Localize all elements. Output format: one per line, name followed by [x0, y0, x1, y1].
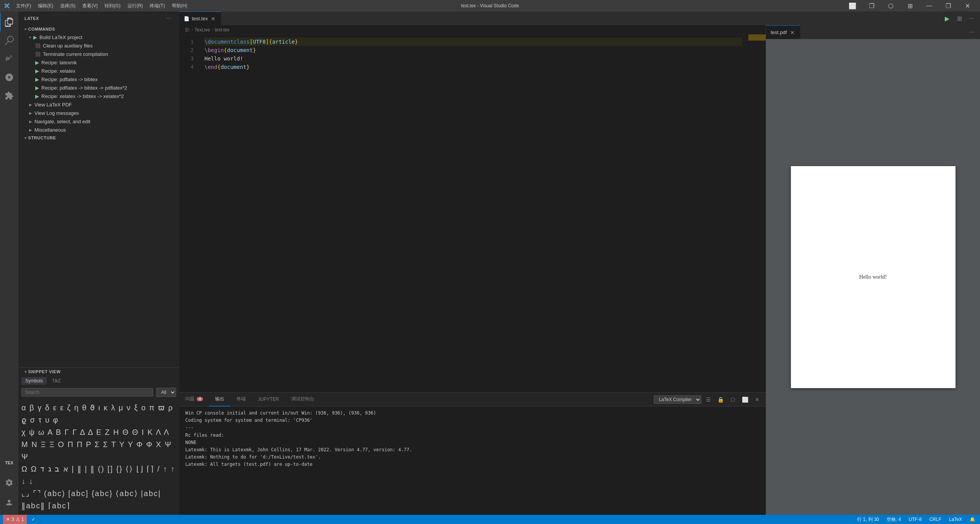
title-bar: 文件(F) 编辑(E) 选择(S) 查看(V) 转到(G) 运行(R) 终端(T…	[0, 0, 980, 11]
layout-2-btn[interactable]: ❒	[863, 0, 880, 11]
sidebar-more-btn[interactable]: ···	[165, 14, 173, 23]
structure-section-header[interactable]: ▾ STRUCTURE	[18, 134, 179, 142]
editor-pdf-split: D: › TexLive › test.tex 1 2 3 4 \docume	[179, 25, 980, 515]
maximize-btn[interactable]: ❐	[939, 0, 957, 11]
tree-item-view-log[interactable]: ▶ View Log messages	[18, 109, 179, 117]
tree-item-recipe-pdflatex-bibtex[interactable]: ▶ Recipe: pdflatex -> bibtex	[18, 75, 179, 83]
minimize-btn[interactable]: —	[920, 0, 938, 11]
status-language[interactable]: LaTeX	[947, 515, 964, 524]
build-label: Build LaTeX project	[39, 34, 82, 40]
activity-bar: TEX	[0, 11, 18, 515]
activity-run-debug[interactable]	[0, 68, 18, 87]
menu-terminal[interactable]: 终端(T)	[147, 2, 168, 10]
breadcrumb-texlive[interactable]: TexLive	[194, 27, 210, 33]
tree-item-navigate[interactable]: ▶ Navigate, select, and edit	[18, 117, 179, 126]
layout-3-btn[interactable]: ⬡	[882, 0, 900, 11]
tree-item-clean[interactable]: ⬛ Clean up auxiliary files	[18, 41, 179, 50]
activity-extensions[interactable]	[0, 87, 18, 105]
snippet-tab-tikz[interactable]: TikZ	[48, 377, 65, 385]
run-btn[interactable]: ▶	[942, 13, 952, 24]
tree-item-recipe-pdflatex-bibtex2[interactable]: ▶ Recipe: pdflatex -> bibtex -> pdflatex…	[18, 83, 179, 92]
menu-view[interactable]: 查看(V)	[79, 2, 101, 10]
commands-section-header[interactable]: ▾ COMMANDS	[18, 25, 179, 33]
terminal-tab-debug[interactable]: 调试控制台	[285, 393, 320, 406]
terminal-tab-problems[interactable]: 问题 4	[179, 393, 209, 406]
recipe-latexmk-icon: ▶	[35, 60, 39, 65]
pdf-tab[interactable]: test.pdf ✕	[766, 25, 800, 39]
terminal-line-4: Rc files read:	[185, 432, 760, 439]
layout-4-btn[interactable]: ⊞	[901, 0, 919, 11]
menu-edit[interactable]: 编辑(E)	[35, 2, 56, 10]
terminal-compiler-select[interactable]: LaTeX Compiler	[654, 395, 701, 404]
layout-btn[interactable]: ⬜	[844, 0, 861, 11]
status-notifications[interactable]: 🔔	[968, 515, 977, 524]
snippet-search-input[interactable]	[21, 388, 153, 397]
pdf-more-btn[interactable]: ···	[966, 27, 977, 38]
breadcrumb-sep-2: ›	[212, 27, 213, 33]
tree-item-misc[interactable]: ▶ Miscellaneous	[18, 126, 179, 134]
commands-chevron-icon: ▾	[24, 27, 27, 31]
breadcrumb: D: › TexLive › test.tex	[179, 25, 766, 34]
editor-main: D: › TexLive › test.tex 1 2 3 4 \docume	[179, 25, 766, 515]
status-line-col[interactable]: 行 1, 列 30	[856, 515, 880, 524]
status-line-ending[interactable]: CRLF	[928, 515, 943, 524]
menu-goto[interactable]: 转到(G)	[101, 2, 123, 10]
tab-test-tex[interactable]: 📄 test.tex ✕	[179, 11, 221, 25]
snippet-header[interactable]: ▾ SNIPPET VIEW	[18, 368, 179, 375]
close-btn[interactable]: ✕	[959, 0, 976, 11]
tree-item-recipe-latexmk[interactable]: ▶ Recipe: latexmk	[18, 58, 179, 67]
view-log-label: View Log messages	[34, 110, 79, 116]
snippet-filter-select[interactable]: All	[156, 388, 176, 397]
misc-chevron-icon: ▶	[29, 128, 32, 132]
pdf-tab-close[interactable]: ✕	[789, 29, 795, 36]
activity-explorer[interactable]	[0, 13, 18, 31]
warning-icon: ⚠	[16, 517, 20, 522]
code-editor[interactable]: 1 2 3 4 \documentclass[UTF8]{article} \b…	[179, 34, 766, 392]
terminal-tab-output[interactable]: 输出	[209, 393, 230, 406]
terminal-maximize-btn[interactable]: ⬜	[740, 394, 750, 405]
status-encoding[interactable]: UTF-8	[907, 515, 923, 524]
recipe-pdflatex-bibtex2-icon: ▶	[35, 85, 39, 91]
code-content[interactable]: \documentclass[UTF8]{article} \begin{doc…	[198, 34, 748, 392]
activity-account[interactable]	[0, 493, 18, 512]
tab-test-tex-close[interactable]: ✕	[210, 15, 216, 23]
terminal-close-btn[interactable]: ✕	[752, 394, 763, 405]
snippet-tabs: Symbols TikZ	[18, 375, 179, 386]
split-editor-btn[interactable]: ⊞	[954, 13, 965, 24]
terminal-move-btn[interactable]: ⬡	[727, 394, 738, 405]
status-errors[interactable]: ✕ 3 ⚠ 1	[3, 515, 27, 524]
tree-item-recipe-xelatex[interactable]: ▶ Recipe: xelatex	[18, 67, 179, 75]
minimap	[748, 34, 766, 392]
recipe-xelatex-bibtex2-label: Recipe: xelatex -> bibtex -> xelatex*2	[41, 93, 124, 99]
error-count: 3	[11, 517, 14, 522]
menu-file[interactable]: 文件(F)	[13, 2, 34, 10]
editor-more-btn[interactable]: ···	[966, 13, 977, 24]
terminal-list-btn[interactable]: ☰	[703, 394, 714, 405]
check-icon: ✓	[31, 517, 35, 522]
status-check[interactable]: ✓	[30, 515, 37, 524]
tree-item-recipe-xelatex-bibtex2[interactable]: ▶ Recipe: xelatex -> bibtex -> xelatex*2	[18, 92, 179, 100]
tree-item-terminate[interactable]: ⬛ Terminate current compilation	[18, 50, 179, 58]
status-spaces[interactable]: 空格: 4	[885, 515, 902, 524]
breadcrumb-sep-1: ›	[191, 27, 193, 33]
tree-item-view-pdf[interactable]: ▶ View LaTeX PDF	[18, 100, 179, 109]
breadcrumb-file[interactable]: test.tex	[215, 27, 230, 33]
build-play-icon: ▶	[33, 34, 37, 40]
recipe-xelatex-icon: ▶	[35, 68, 39, 74]
breadcrumb-d[interactable]: D:	[185, 27, 190, 33]
terminal-tab-jupyter[interactable]: JUPYTER	[252, 393, 285, 406]
activity-search[interactable]	[0, 31, 18, 50]
terminal-tabs: 问题 4 输出 终端 JUPYTER 调试控制台	[179, 393, 766, 406]
terminal-panel: 问题 4 输出 终端 JUPYTER 调试控制台	[179, 392, 766, 515]
snippet-tab-symbols[interactable]: Symbols	[21, 377, 47, 385]
menu-help[interactable]: 帮助(H)	[169, 2, 191, 10]
menu-run[interactable]: 运行(R)	[124, 2, 146, 10]
activity-tex[interactable]: TEX	[0, 454, 18, 472]
activity-source-control[interactable]	[0, 50, 18, 68]
activity-settings[interactable]	[0, 473, 18, 492]
terminal-lock-btn[interactable]: 🔒	[715, 394, 726, 405]
menu-selection[interactable]: 选择(S)	[57, 2, 78, 10]
terminal-tab-terminal[interactable]: 终端	[230, 393, 252, 406]
terminal-line-6: Latexmk: This is Latexmk, John Collins, …	[185, 446, 760, 454]
tree-item-build[interactable]: ▾ ▶ Build LaTeX project	[18, 33, 179, 41]
